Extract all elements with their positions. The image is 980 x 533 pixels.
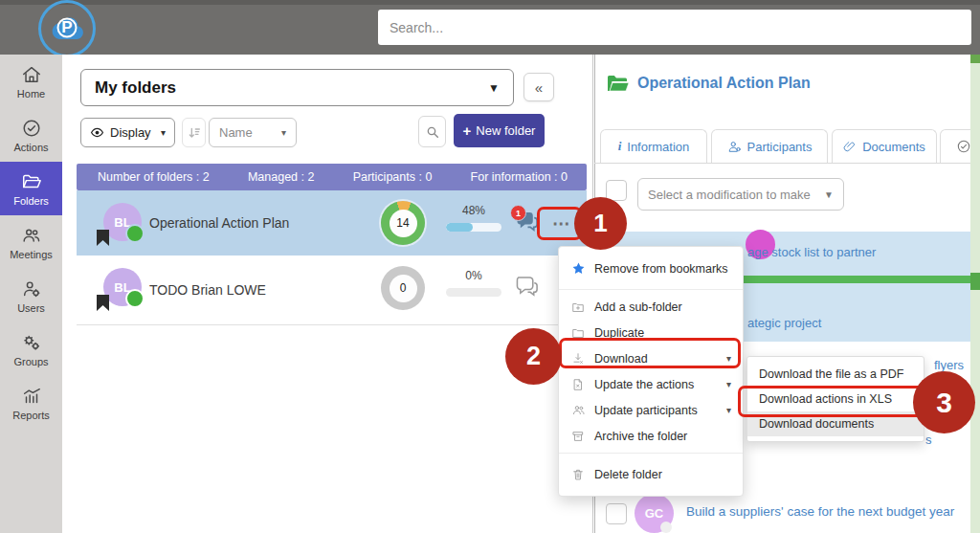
menu-item-label: Remove from bookmarks <box>594 262 728 276</box>
action-title-fragment: ategic project <box>747 316 821 330</box>
tab-label: Documents <box>862 140 925 154</box>
menu-item-update-participants[interactable]: Update participants ▾ <box>559 397 743 423</box>
sidebar-item-actions[interactable]: Actions <box>0 108 62 162</box>
folder-scope-select[interactable]: My folders ▼ <box>80 69 514 106</box>
action-title[interactable]: Build a suppliers' case for the next bud… <box>686 504 954 519</box>
gears-icon <box>21 332 42 353</box>
actions-donut: 0 <box>381 266 425 310</box>
sidebar-item-folders[interactable]: Folders <box>0 162 62 215</box>
stat-number-of-folders: Number of folders : 2 <box>98 170 210 184</box>
sidebar: Home Actions Folders Meetings Users Grou… <box>0 55 62 533</box>
logo-letter: P <box>57 17 78 37</box>
collapse-glyph: « <box>535 79 543 96</box>
tab-information[interactable]: i Information <box>600 129 707 163</box>
folder-row[interactable]: BL TODO Brian LOWE 0 0% <box>77 255 587 325</box>
avatar-initials: GC <box>645 506 664 521</box>
folder-context-menu: Remove from bookmarks Add a sub-folder D… <box>558 246 744 497</box>
annotation-step-2: 2 <box>505 328 562 385</box>
folder-name: TODO Brian LOWE <box>149 282 266 298</box>
sidebar-item-reports[interactable]: Reports <box>0 376 62 430</box>
folder-search-button[interactable] <box>418 116 446 147</box>
app-logo[interactable]: P <box>38 0 96 57</box>
submenu-item-download-pdf[interactable]: Download the file as a PDF <box>747 362 924 387</box>
eye-icon <box>90 125 104 140</box>
detail-panel-title: Operational Action Plan <box>637 75 811 92</box>
sidebar-item-groups[interactable]: Groups <box>0 322 62 376</box>
actions-count: 14 <box>396 216 409 230</box>
sidebar-item-users[interactable]: Users <box>0 269 62 322</box>
menu-item-add-subfolder[interactable]: Add a sub-folder <box>559 294 743 320</box>
menu-item-archive-folder[interactable]: Archive the folder <box>559 423 743 449</box>
right-edge-strip <box>970 55 980 533</box>
star-icon <box>570 261 586 276</box>
folder-plus-icon <box>570 300 586 314</box>
user-gear-icon <box>727 140 742 154</box>
tab-documents[interactable]: Documents <box>832 129 937 163</box>
action-checkbox[interactable] <box>606 503 627 524</box>
sidebar-item-label: Folders <box>13 195 49 207</box>
chat-button[interactable] <box>515 276 541 300</box>
info-icon: i <box>618 139 622 154</box>
tab-participants[interactable]: Participants <box>711 129 828 163</box>
new-folder-label: New folder <box>476 123 535 138</box>
chevron-down-icon: ▼ <box>824 189 834 200</box>
modification-select[interactable]: Select a modification to make ▼ <box>637 178 844 211</box>
sidebar-item-label: Reports <box>12 410 50 421</box>
presence-dot <box>125 289 145 308</box>
menu-item-label: Update the actions <box>594 378 694 391</box>
menu-item-remove-bookmarks[interactable]: Remove from bookmarks <box>559 252 743 285</box>
progress-percent: 0% <box>446 269 501 282</box>
action-title-fragment: flyers <box>934 358 964 372</box>
menu-item-label: Add a sub-folder <box>594 300 682 314</box>
right-edge-progress-end <box>970 273 980 290</box>
folder-stats-bar: Number of folders : 2 Managed : 2 Partic… <box>77 164 587 190</box>
sidebar-item-label: Actions <box>13 142 48 153</box>
sort-field-value: Name <box>219 125 253 140</box>
actions-donut: 14 <box>381 201 425 245</box>
actions-count: 0 <box>400 281 407 295</box>
menu-divider <box>559 289 743 290</box>
sidebar-item-home[interactable]: Home <box>0 55 62 108</box>
bookmark-icon <box>97 295 109 311</box>
tab-label: Information <box>627 140 689 154</box>
progress-block: 48% <box>446 204 501 232</box>
progress-percent: 48% <box>446 204 501 217</box>
stat-participants: Participants : 0 <box>353 170 433 184</box>
modification-select-value: Select a modification to make <box>648 188 811 202</box>
chevron-down-icon: ▾ <box>726 405 731 415</box>
archive-icon <box>570 430 586 443</box>
sort-direction-button[interactable] <box>182 118 206 147</box>
action-title-fragment: s <box>925 433 932 447</box>
chevron-down-icon: ▾ <box>281 127 286 138</box>
stat-for-information: For information : 0 <box>471 170 568 184</box>
folder-name: Operational Action Plan <box>149 215 289 231</box>
presence-dot <box>660 522 672 533</box>
menu-item-label: Update participants <box>594 404 698 417</box>
sidebar-item-meetings[interactable]: Meetings <box>0 215 62 269</box>
global-search-input[interactable] <box>378 10 971 45</box>
progress-track <box>446 223 501 232</box>
sidebar-item-label: Home <box>17 88 45 100</box>
detail-tabs: i Information Participants Documents <box>594 129 970 164</box>
stat-managed: Managed : 2 <box>248 170 315 184</box>
cloud-logo-icon: P <box>50 16 84 41</box>
collapse-panel-button[interactable]: « <box>523 73 554 101</box>
display-button[interactable]: Display ▾ <box>80 118 175 147</box>
menu-item-delete-folder[interactable]: Delete folder <box>559 457 743 491</box>
app-screen: P Home Actions Folders Meetings Users Gr… <box>0 0 980 533</box>
home-icon <box>21 64 42 85</box>
check-circle-icon <box>956 139 971 154</box>
new-folder-button[interactable]: + New folder <box>454 114 545 147</box>
avatar: BL <box>103 203 142 241</box>
search-icon <box>425 124 440 140</box>
folder-row-selected[interactable]: BL Operational Action Plan 14 48% 1 ⋯ <box>77 190 587 255</box>
sort-field-select[interactable]: Name ▾ <box>209 118 297 147</box>
folder-icon <box>20 171 43 192</box>
menu-item-update-actions[interactable]: Update the actions ▾ <box>559 371 743 397</box>
sidebar-item-label: Users <box>17 302 45 314</box>
avatar: BL <box>103 268 142 306</box>
green-folder-icon <box>607 75 630 93</box>
progress-track <box>446 288 501 297</box>
annotation-step-1: 1 <box>574 197 627 250</box>
file-icon <box>570 378 586 391</box>
